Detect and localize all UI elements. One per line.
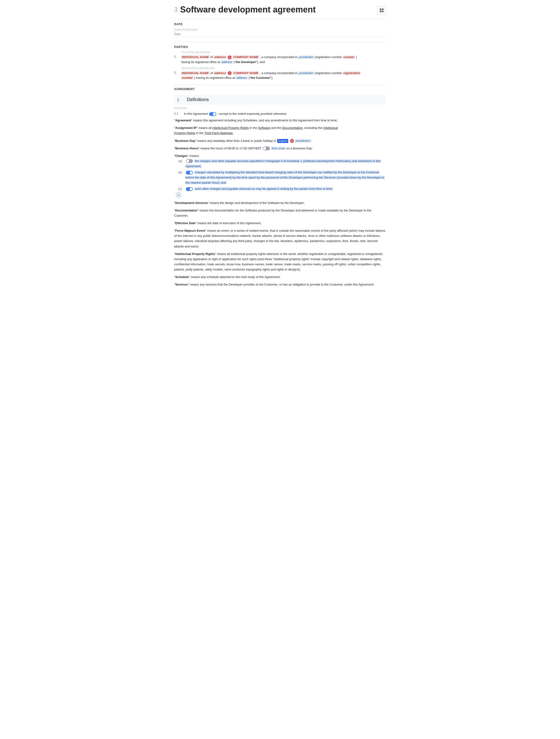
party1-of: of <box>211 55 214 59</box>
charges-a-text: the charges and other payable amounts sp… <box>185 159 386 169</box>
party2-company-name[interactable]: COMPANY NAME <box>233 71 259 75</box>
toggle-businesshours[interactable] <box>263 147 270 150</box>
party2-number[interactable]: number <box>181 76 193 80</box>
term-services: Services <box>175 283 188 286</box>
first-party-hint: First Party identification <box>181 50 386 54</box>
charges-a-highlighted: the charges and other payable amounts sp… <box>185 159 381 168</box>
term-devservices: Development Services <box>175 201 208 204</box>
businesshours-timezone[interactable]: time zone <box>271 147 285 150</box>
charges-b-text: charges calculated by multiplying the st… <box>185 170 386 185</box>
term-businessday: Business Day <box>175 139 195 143</box>
charges-c: (c) such other charges and payable amoun… <box>178 186 386 191</box>
date-section: DATE Date of execution Date <box>174 19 386 41</box>
section-1-heading: 1. Definitions <box>174 95 386 105</box>
party1-or-badge: or <box>228 55 232 59</box>
def-block-agreement: "Agreement" means this agreement includi… <box>174 118 386 123</box>
party1-address1[interactable]: address <box>214 55 226 59</box>
software-underline: Software <box>258 126 270 130</box>
section-1-title: Definitions <box>187 97 209 102</box>
svg-rect-0 <box>380 8 382 10</box>
toggle-charges-c-indicator[interactable] <box>186 187 193 191</box>
charges-sublist: (a) the charges and other payable amount… <box>178 159 386 192</box>
party1-individual-name[interactable]: INDIVIDUAL NAME <box>181 55 209 59</box>
party1-number[interactable]: number <box>343 55 355 59</box>
toggle-on-indicator[interactable] <box>209 112 216 116</box>
england-badge: England <box>277 139 288 143</box>
party2-or-badge: or <box>228 71 232 75</box>
toggle-off-indicator[interactable] <box>263 147 270 150</box>
toggle-charges-b-indicator[interactable] <box>186 171 193 174</box>
party1-jurisdiction[interactable]: jurisdiction <box>298 55 314 59</box>
charges-a-label: (a) <box>178 159 183 169</box>
def-block-forcemajeure: "Force Majeure Event" means an event, or… <box>174 228 386 249</box>
toggle-charges-a-indicator[interactable] <box>186 159 193 163</box>
term-charges: Charges <box>175 154 187 158</box>
party-1-num: 1. <box>174 55 179 65</box>
party2-jurisdiction[interactable]: jurisdiction <box>298 71 314 75</box>
clause-1-1-text: In this Agreement , except to the extent… <box>184 111 386 116</box>
party-2-num: 2. <box>174 71 179 81</box>
svg-rect-3 <box>382 11 384 12</box>
def-block-devservices: "Development Services" means the design … <box>174 200 386 205</box>
svg-rect-2 <box>380 11 382 12</box>
businessday-jurisdiction[interactable]: jurisdiction <box>295 139 310 143</box>
clause-rest: , except to the extent expressly provide… <box>218 112 287 116</box>
party1-company-name[interactable]: COMPANY NAME <box>233 55 259 59</box>
clause-1-1-num: 1.1 <box>174 111 182 116</box>
def-block-schedule: "Schedule" means any schedule attached t… <box>174 275 386 280</box>
def-block-effectivedate: "Effective Date" means the date of execu… <box>174 220 386 226</box>
doc-underline: Documentation <box>282 126 303 130</box>
term-ipr: Intellectual Property Rights <box>175 252 215 256</box>
charges-b: (b) charges calculated by multiplying th… <box>178 170 386 185</box>
party2-address2[interactable]: address <box>236 76 248 80</box>
section-1: 1. Definitions Definitions 1.1 In this A… <box>174 95 386 287</box>
ipr-underline1: Intellectual Property Rights <box>212 126 249 130</box>
ipr-underline3: Property Rights <box>174 131 195 135</box>
document-header: 3 Software development agreement <box>174 5 386 15</box>
agreement-label: AGREEMENT <box>174 87 386 91</box>
def-block-ipr: "Intellectual Property Rights" means all… <box>174 252 386 272</box>
term-effectivedate: Effective Date <box>175 221 195 225</box>
term-schedule: Schedule <box>175 275 189 279</box>
party1-address2[interactable]: address <box>221 60 233 64</box>
party2-registration[interactable]: registration <box>343 71 361 75</box>
party2-address1[interactable]: address <box>214 71 226 75</box>
party2-reg-pre: (registration number <box>315 71 343 75</box>
party1-role: ("the Developer"); and <box>234 60 265 64</box>
def-block-assignmentip: "Assignment IP" means all Intellectual P… <box>174 125 386 136</box>
ipr-underline2: Intellectual <box>323 126 338 130</box>
party2-a-company: , a company incorporated in <box>260 71 298 75</box>
charges-b-highlighted: charges calculated by multiplying the st… <box>185 170 385 184</box>
party1-reg-post: ) <box>356 55 357 59</box>
party1-having: having its registered office at <box>181 60 221 64</box>
toggle-agreement[interactable] <box>209 112 216 116</box>
clause-intro: In this Agreement <box>184 112 209 116</box>
toggle-charges-c[interactable] <box>186 187 193 191</box>
date-hint: Date of execution <box>174 28 386 31</box>
def-block-businessday: "Business Day" means any weekday other t… <box>174 138 386 143</box>
party-2-text: INDIVIDUAL NAME of address or COMPANY NA… <box>181 71 386 81</box>
term-businesshours: Business Hours <box>175 147 198 150</box>
second-party-hint: Second Party identification <box>181 66 386 70</box>
charges-a: (a) the charges and other payable amount… <box>178 159 386 169</box>
grid-view-button[interactable] <box>378 6 386 15</box>
definitions-hint: Definitions <box>174 107 386 110</box>
charges-c-text: such other charges and payable amounts a… <box>185 186 386 191</box>
term-documentation: Documentation <box>175 208 198 212</box>
party-1-row: 1. INDIVIDUAL NAME of address or COMPANY… <box>174 55 386 65</box>
date-value[interactable]: Date <box>174 32 386 37</box>
party2-individual-name[interactable]: INDIVIDUAL NAME <box>181 71 209 75</box>
parties-section: PARTIES First Party identification 1. IN… <box>174 42 386 84</box>
term-assignmentip: Assignment IP <box>175 126 196 130</box>
date-label: DATE <box>174 22 386 26</box>
party1-reg-pre: (registration number <box>315 55 343 59</box>
charges-b-label: (b) <box>178 170 183 185</box>
clause-1-1: 1.1 In this Agreement , except to the ex… <box>174 111 386 116</box>
def-block-businesshours: "Business Hours" means the hours of 09:0… <box>174 146 386 151</box>
def-block-services: "Services" means any services that the D… <box>174 282 386 287</box>
term-forcemajeure: Force Majeure Event <box>175 229 205 233</box>
toggle-charges-a[interactable] <box>186 159 193 163</box>
toggle-charges-b[interactable] <box>186 171 193 174</box>
add-charge-button[interactable]: + <box>176 192 181 197</box>
charges-c-label: (c) <box>178 186 183 191</box>
